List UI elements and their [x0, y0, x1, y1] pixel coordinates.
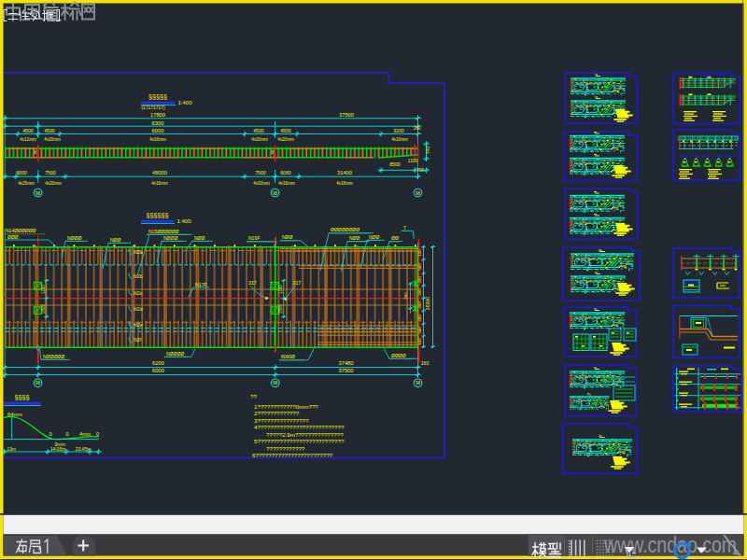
svg-text:740: 740 — [426, 147, 430, 154]
svg-text:§§§§§: §§§§§ — [148, 92, 167, 101]
svg-text:NØØØ: NØØØ — [67, 235, 81, 241]
svg-text:580: 580 — [417, 327, 422, 334]
svg-text:4mm: 4mm — [79, 431, 91, 437]
svg-text:6000: 6000 — [16, 170, 27, 175]
svg-text:0: 0 — [66, 431, 69, 437]
svg-text:8500: 8500 — [389, 161, 401, 167]
svg-text:4500: 4500 — [22, 128, 34, 133]
svg-text:1500: 1500 — [278, 303, 283, 314]
svg-text:317: 317 — [248, 280, 257, 286]
svg-text:4500: 4500 — [280, 128, 291, 133]
svg-text:(17171717): (17171717) — [141, 105, 165, 110]
svg-text:4x16mm: 4x16mm — [336, 181, 353, 186]
svg-text:98: 98 — [416, 381, 421, 385]
svg-text:400: 400 — [417, 301, 422, 309]
svg-text:1500: 1500 — [41, 303, 46, 314]
svg-text:4x16mm: 4x16mm — [149, 137, 166, 142]
svg-text:N2e: N2e — [134, 322, 143, 328]
svg-text:400: 400 — [417, 315, 422, 322]
svg-text:37500: 37500 — [339, 112, 354, 118]
svg-text:17800: 17800 — [150, 112, 165, 118]
svg-text:7500: 7500 — [255, 170, 266, 175]
svg-text:ØØØ: ØØØ — [7, 234, 19, 240]
svg-text:NØØ: NØØ — [282, 234, 293, 240]
svg-text:4x20mm: 4x20mm — [44, 137, 61, 142]
svg-text:0: 0 — [96, 431, 99, 437]
svg-text:6200: 6200 — [152, 360, 164, 366]
svg-text:6300: 6300 — [152, 120, 164, 126]
svg-text:§§§§: §§§§ — [15, 393, 30, 401]
svg-text:4x16mm: 4x16mm — [151, 181, 168, 186]
svg-text:NØØ: NØØ — [110, 237, 121, 243]
svg-text:4x20mm: 4x20mm — [277, 137, 294, 142]
svg-text:6060: 6060 — [280, 170, 291, 175]
svg-text:NØØØØØ: NØØØØØ — [43, 354, 64, 359]
svg-text:3200: 3200 — [393, 128, 404, 133]
svg-text:NØØØ: NØØØ — [163, 235, 177, 241]
svg-text:160: 160 — [413, 126, 420, 131]
svg-text:98: 98 — [35, 191, 41, 196]
svg-text:98: 98 — [273, 191, 278, 196]
svg-text:8: 8 — [271, 149, 274, 155]
svg-text:1100: 1100 — [278, 285, 283, 294]
svg-text:§§§§§§: §§§§§§ — [147, 211, 169, 219]
svg-text:64mm: 64mm — [7, 412, 22, 417]
svg-text:NØØ: NØØ — [369, 234, 380, 240]
svg-text:14.05m: 14.05m — [50, 446, 66, 452]
svg-text:7500: 7500 — [45, 170, 56, 175]
svg-text:1????????????0mm???: 1????????????0mm??? — [254, 403, 318, 410]
svg-text:580: 580 — [417, 263, 422, 271]
svg-text:ØØ: ØØ — [391, 235, 399, 241]
svg-text:4x20mm: 4x20mm — [253, 181, 270, 186]
svg-text:7: 7 — [403, 225, 406, 231]
svg-text:0: 0 — [49, 431, 52, 437]
svg-text:100: 100 — [417, 338, 422, 345]
svg-text:6????????????????????????: 6???????????????????????? — [252, 452, 333, 458]
svg-text:6060Ø: 6060Ø — [281, 354, 295, 359]
svg-text:NØØ: NØØ — [349, 235, 360, 241]
svg-text:4x20mm: 4x20mm — [251, 137, 268, 142]
svg-text:??: ?? — [250, 393, 257, 399]
svg-text:23.45m: 23.45m — [76, 446, 92, 452]
svg-text:N16F: N16F — [248, 235, 260, 241]
svg-text:4500: 4500 — [44, 128, 55, 133]
svg-text:3????????????????: 3???????????????? — [254, 417, 309, 424]
svg-text:5???????????????????????????: 5??????????????????????????? — [254, 438, 345, 444]
svg-text:ØØØØ: ØØØØ — [391, 353, 406, 358]
svg-text:98: 98 — [35, 381, 41, 385]
svg-text:N15ØØØØØØ: N15ØØØØØØ — [148, 229, 179, 234]
svg-text:N17F: N17F — [195, 282, 207, 287]
svg-text:NØØØØ: NØØØØ — [166, 351, 184, 357]
svg-text:6000: 6000 — [152, 368, 164, 373]
svg-text:4x12mm: 4x12mm — [20, 137, 36, 142]
svg-text:300: 300 — [403, 292, 408, 300]
svg-text:1100: 1100 — [41, 285, 46, 294]
svg-text:N2d: N2d — [134, 306, 143, 312]
svg-text:N2c: N2c — [134, 290, 143, 296]
svg-text:400: 400 — [417, 288, 422, 296]
svg-text:????????????: ???????????? — [266, 445, 305, 452]
svg-text:1:400: 1:400 — [176, 218, 191, 224]
svg-text:4x16mm: 4x16mm — [278, 181, 295, 186]
svg-text:13m: 13m — [7, 446, 16, 452]
svg-text:N2f: N2f — [134, 337, 142, 343]
svg-text:N14ØØØØØØ: N14ØØØØØØ — [6, 228, 36, 233]
svg-text:400: 400 — [417, 276, 422, 284]
svg-text:1100: 1100 — [408, 159, 418, 163]
svg-text:4x25mm: 4x25mm — [18, 181, 35, 186]
svg-text:NØØ: NØØ — [194, 235, 205, 241]
svg-text:700: 700 — [416, 168, 424, 173]
svg-text:2?????????????: 2????????????? — [254, 410, 300, 416]
svg-text:1:400: 1:400 — [177, 100, 192, 105]
svg-text:37500: 37500 — [338, 368, 353, 373]
svg-text:100: 100 — [417, 249, 422, 257]
svg-text:4x20mm: 4x20mm — [45, 181, 62, 186]
svg-text:www.cndao.com: www.cndao.com — [603, 533, 737, 557]
svg-text:317: 317 — [293, 280, 302, 286]
svg-text:26300: 26300 — [425, 297, 430, 311]
svg-text:4500: 4500 — [253, 128, 264, 133]
svg-text:48000: 48000 — [152, 170, 167, 175]
svg-text:98: 98 — [273, 381, 278, 385]
svg-text:8: 8 — [34, 149, 36, 155]
svg-text:4???????????????????????????: 4??????????????????????????? — [254, 424, 345, 430]
